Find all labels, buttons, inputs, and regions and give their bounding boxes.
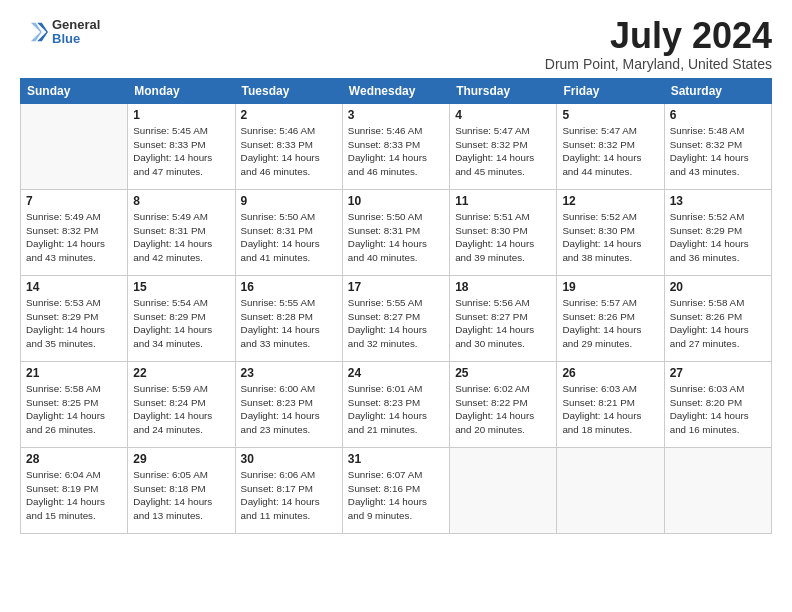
table-row: 3Sunrise: 5:46 AMSunset: 8:33 PMDaylight… bbox=[342, 104, 449, 190]
table-row: 24Sunrise: 6:01 AMSunset: 8:23 PMDayligh… bbox=[342, 362, 449, 448]
location: Drum Point, Maryland, United States bbox=[545, 56, 772, 72]
table-row: 8Sunrise: 5:49 AMSunset: 8:31 PMDaylight… bbox=[128, 190, 235, 276]
day-info: Sunrise: 5:48 AMSunset: 8:32 PMDaylight:… bbox=[670, 124, 766, 178]
table-row: 13Sunrise: 5:52 AMSunset: 8:29 PMDayligh… bbox=[664, 190, 771, 276]
table-row: 23Sunrise: 6:00 AMSunset: 8:23 PMDayligh… bbox=[235, 362, 342, 448]
table-row: 14Sunrise: 5:53 AMSunset: 8:29 PMDayligh… bbox=[21, 276, 128, 362]
day-number: 6 bbox=[670, 108, 766, 122]
day-number: 1 bbox=[133, 108, 229, 122]
day-number: 22 bbox=[133, 366, 229, 380]
table-row bbox=[557, 448, 664, 534]
table-row: 21Sunrise: 5:58 AMSunset: 8:25 PMDayligh… bbox=[21, 362, 128, 448]
header: General Blue July 2024 Drum Point, Maryl… bbox=[20, 18, 772, 72]
table-row bbox=[450, 448, 557, 534]
day-info: Sunrise: 6:00 AMSunset: 8:23 PMDaylight:… bbox=[241, 382, 337, 436]
day-info: Sunrise: 6:03 AMSunset: 8:20 PMDaylight:… bbox=[670, 382, 766, 436]
logo-icon bbox=[20, 18, 48, 46]
day-number: 28 bbox=[26, 452, 122, 466]
table-row: 20Sunrise: 5:58 AMSunset: 8:26 PMDayligh… bbox=[664, 276, 771, 362]
title-block: July 2024 Drum Point, Maryland, United S… bbox=[545, 18, 772, 72]
day-info: Sunrise: 5:54 AMSunset: 8:29 PMDaylight:… bbox=[133, 296, 229, 350]
calendar-week-1: 7Sunrise: 5:49 AMSunset: 8:32 PMDaylight… bbox=[21, 190, 772, 276]
day-info: Sunrise: 6:02 AMSunset: 8:22 PMDaylight:… bbox=[455, 382, 551, 436]
calendar-week-4: 28Sunrise: 6:04 AMSunset: 8:19 PMDayligh… bbox=[21, 448, 772, 534]
day-number: 31 bbox=[348, 452, 444, 466]
day-info: Sunrise: 5:52 AMSunset: 8:30 PMDaylight:… bbox=[562, 210, 658, 264]
table-row: 4Sunrise: 5:47 AMSunset: 8:32 PMDaylight… bbox=[450, 104, 557, 190]
table-row: 26Sunrise: 6:03 AMSunset: 8:21 PMDayligh… bbox=[557, 362, 664, 448]
day-info: Sunrise: 6:03 AMSunset: 8:21 PMDaylight:… bbox=[562, 382, 658, 436]
day-number: 13 bbox=[670, 194, 766, 208]
day-info: Sunrise: 5:51 AMSunset: 8:30 PMDaylight:… bbox=[455, 210, 551, 264]
page: General Blue July 2024 Drum Point, Maryl… bbox=[0, 0, 792, 544]
day-info: Sunrise: 5:53 AMSunset: 8:29 PMDaylight:… bbox=[26, 296, 122, 350]
day-info: Sunrise: 5:49 AMSunset: 8:31 PMDaylight:… bbox=[133, 210, 229, 264]
col-thursday: Thursday bbox=[450, 79, 557, 104]
calendar-week-2: 14Sunrise: 5:53 AMSunset: 8:29 PMDayligh… bbox=[21, 276, 772, 362]
day-info: Sunrise: 5:46 AMSunset: 8:33 PMDaylight:… bbox=[348, 124, 444, 178]
day-number: 5 bbox=[562, 108, 658, 122]
day-info: Sunrise: 5:55 AMSunset: 8:28 PMDaylight:… bbox=[241, 296, 337, 350]
day-info: Sunrise: 5:52 AMSunset: 8:29 PMDaylight:… bbox=[670, 210, 766, 264]
calendar-header-row: Sunday Monday Tuesday Wednesday Thursday… bbox=[21, 79, 772, 104]
col-monday: Monday bbox=[128, 79, 235, 104]
day-number: 14 bbox=[26, 280, 122, 294]
table-row: 10Sunrise: 5:50 AMSunset: 8:31 PMDayligh… bbox=[342, 190, 449, 276]
table-row: 27Sunrise: 6:03 AMSunset: 8:20 PMDayligh… bbox=[664, 362, 771, 448]
table-row: 9Sunrise: 5:50 AMSunset: 8:31 PMDaylight… bbox=[235, 190, 342, 276]
table-row: 17Sunrise: 5:55 AMSunset: 8:27 PMDayligh… bbox=[342, 276, 449, 362]
table-row: 25Sunrise: 6:02 AMSunset: 8:22 PMDayligh… bbox=[450, 362, 557, 448]
col-friday: Friday bbox=[557, 79, 664, 104]
day-info: Sunrise: 5:58 AMSunset: 8:26 PMDaylight:… bbox=[670, 296, 766, 350]
day-info: Sunrise: 5:46 AMSunset: 8:33 PMDaylight:… bbox=[241, 124, 337, 178]
day-number: 26 bbox=[562, 366, 658, 380]
day-number: 20 bbox=[670, 280, 766, 294]
table-row: 18Sunrise: 5:56 AMSunset: 8:27 PMDayligh… bbox=[450, 276, 557, 362]
day-number: 17 bbox=[348, 280, 444, 294]
day-number: 29 bbox=[133, 452, 229, 466]
table-row: 31Sunrise: 6:07 AMSunset: 8:16 PMDayligh… bbox=[342, 448, 449, 534]
day-number: 27 bbox=[670, 366, 766, 380]
table-row: 1Sunrise: 5:45 AMSunset: 8:33 PMDaylight… bbox=[128, 104, 235, 190]
day-number: 23 bbox=[241, 366, 337, 380]
table-row: 12Sunrise: 5:52 AMSunset: 8:30 PMDayligh… bbox=[557, 190, 664, 276]
day-number: 25 bbox=[455, 366, 551, 380]
day-number: 4 bbox=[455, 108, 551, 122]
day-info: Sunrise: 5:45 AMSunset: 8:33 PMDaylight:… bbox=[133, 124, 229, 178]
month-year: July 2024 bbox=[545, 18, 772, 54]
day-info: Sunrise: 5:50 AMSunset: 8:31 PMDaylight:… bbox=[241, 210, 337, 264]
day-info: Sunrise: 5:57 AMSunset: 8:26 PMDaylight:… bbox=[562, 296, 658, 350]
day-info: Sunrise: 6:05 AMSunset: 8:18 PMDaylight:… bbox=[133, 468, 229, 522]
day-number: 8 bbox=[133, 194, 229, 208]
table-row: 29Sunrise: 6:05 AMSunset: 8:18 PMDayligh… bbox=[128, 448, 235, 534]
day-number: 10 bbox=[348, 194, 444, 208]
calendar: Sunday Monday Tuesday Wednesday Thursday… bbox=[20, 78, 772, 534]
table-row: 6Sunrise: 5:48 AMSunset: 8:32 PMDaylight… bbox=[664, 104, 771, 190]
day-number: 11 bbox=[455, 194, 551, 208]
day-number: 21 bbox=[26, 366, 122, 380]
table-row: 19Sunrise: 5:57 AMSunset: 8:26 PMDayligh… bbox=[557, 276, 664, 362]
table-row bbox=[664, 448, 771, 534]
table-row: 11Sunrise: 5:51 AMSunset: 8:30 PMDayligh… bbox=[450, 190, 557, 276]
day-number: 3 bbox=[348, 108, 444, 122]
logo: General Blue bbox=[20, 18, 100, 47]
calendar-week-0: 1Sunrise: 5:45 AMSunset: 8:33 PMDaylight… bbox=[21, 104, 772, 190]
day-info: Sunrise: 5:56 AMSunset: 8:27 PMDaylight:… bbox=[455, 296, 551, 350]
day-info: Sunrise: 5:59 AMSunset: 8:24 PMDaylight:… bbox=[133, 382, 229, 436]
col-wednesday: Wednesday bbox=[342, 79, 449, 104]
table-row: 28Sunrise: 6:04 AMSunset: 8:19 PMDayligh… bbox=[21, 448, 128, 534]
day-number: 24 bbox=[348, 366, 444, 380]
logo-line1: General bbox=[52, 18, 100, 32]
table-row: 2Sunrise: 5:46 AMSunset: 8:33 PMDaylight… bbox=[235, 104, 342, 190]
day-info: Sunrise: 6:07 AMSunset: 8:16 PMDaylight:… bbox=[348, 468, 444, 522]
day-info: Sunrise: 5:58 AMSunset: 8:25 PMDaylight:… bbox=[26, 382, 122, 436]
col-sunday: Sunday bbox=[21, 79, 128, 104]
day-info: Sunrise: 5:47 AMSunset: 8:32 PMDaylight:… bbox=[455, 124, 551, 178]
day-number: 19 bbox=[562, 280, 658, 294]
table-row: 5Sunrise: 5:47 AMSunset: 8:32 PMDaylight… bbox=[557, 104, 664, 190]
col-saturday: Saturday bbox=[664, 79, 771, 104]
day-number: 7 bbox=[26, 194, 122, 208]
table-row bbox=[21, 104, 128, 190]
day-number: 30 bbox=[241, 452, 337, 466]
table-row: 22Sunrise: 5:59 AMSunset: 8:24 PMDayligh… bbox=[128, 362, 235, 448]
